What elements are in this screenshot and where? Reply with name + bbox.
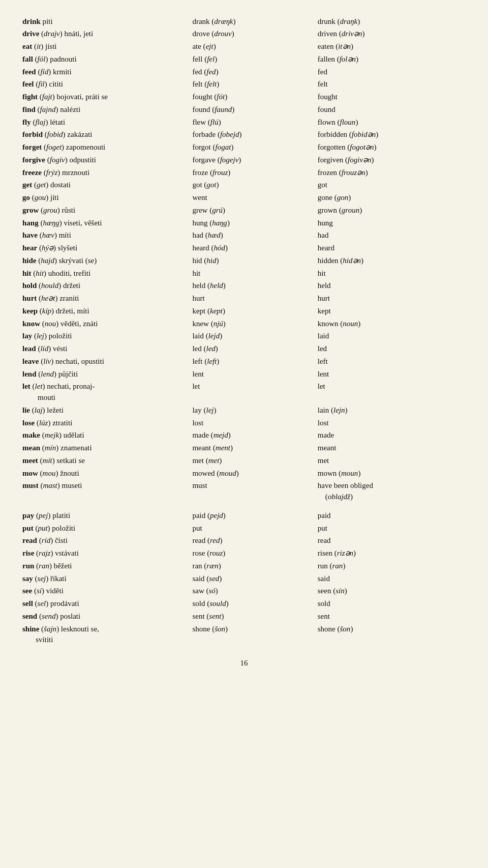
- table-row: read (ríd) čístiread (red)read: [20, 535, 468, 547]
- table-row: have (hæv) mítihad (hæd)had: [20, 229, 468, 242]
- past-simple: flew (flú): [190, 116, 315, 129]
- table-row: hear (hýə) slyšetiheard (hód)heard: [20, 242, 468, 255]
- base-form: meet (mít) setkati se: [20, 454, 190, 467]
- base-form: drive (drajv) hnáti, jeti: [20, 28, 190, 41]
- past-participle: shone (šon): [316, 623, 468, 647]
- base-form: hear (hýə) slyšeti: [20, 242, 190, 255]
- table-row: fight (fajt) bojovati, práti sefought (f…: [20, 91, 468, 104]
- base-form: forget (foget) zapomenouti: [20, 141, 190, 154]
- base-form: let (let) nechati, pronaj- mouti: [20, 381, 190, 404]
- table-row: hurt (heət) zranitihurthurt: [20, 293, 468, 305]
- table-row: must (mast) musetimusthave been obliged …: [20, 480, 468, 504]
- past-participle: felt: [316, 78, 468, 91]
- table-row: forget (foget) zapomenoutiforgot (fogat)…: [20, 141, 468, 154]
- past-participle: met: [316, 454, 468, 467]
- table-row: pay (pej) platitipaid (pejd)paid: [20, 509, 468, 522]
- past-participle: drunk (draŋk): [316, 15, 468, 28]
- base-form: leave (lív) nechati, opustiti: [20, 355, 190, 368]
- base-form: hit (hit) uhoditi, trefiti: [20, 267, 190, 280]
- past-simple: drove (drouv): [190, 28, 315, 41]
- table-row: lie (laj) ležetilay (lej)lain (lejn): [20, 404, 468, 417]
- past-participle: laid: [316, 330, 468, 343]
- past-simple: lay (lej): [190, 404, 315, 417]
- base-form: fight (fajt) bojovati, práti se: [20, 91, 190, 104]
- past-participle: let: [316, 381, 468, 404]
- base-form: sell (sel) prodávati: [20, 598, 190, 611]
- past-participle: mown (moun): [316, 467, 468, 480]
- past-simple: felt (felt): [190, 78, 315, 91]
- word-table: drink pítidrank (dræŋk)drunk (draŋk)driv…: [20, 15, 468, 647]
- past-participle: led: [316, 343, 468, 356]
- table-row: hang (hæŋg) viseti, věšetihung (haŋg)hun…: [20, 217, 468, 229]
- table-row: mean (mín) znamenatimeant (ment)meant: [20, 442, 468, 455]
- base-form: forbid (fobid) zakázati: [20, 129, 190, 141]
- past-participle: have been obliged (oblajdž): [316, 480, 468, 504]
- base-form: lend (lend) půjčiti: [20, 368, 190, 381]
- past-participle: left: [316, 355, 468, 368]
- past-simple: left (left): [190, 355, 315, 368]
- table-row: fall (fól) padnoutifell (fel)fallen (fol…: [20, 53, 468, 66]
- base-form: get (get) dostati: [20, 179, 190, 192]
- table-row: mow (mou) žnoutimowed (moud)mown (moun): [20, 467, 468, 480]
- base-form: go (gou) jíti: [20, 192, 190, 205]
- table-row: grow (grou) růstigrew (grú)grown (groun): [20, 204, 468, 217]
- base-form: know (nou) věděti, znáti: [20, 317, 190, 330]
- past-simple: forbade (fobejd): [190, 129, 315, 141]
- base-form: run (ran) běžeti: [20, 560, 190, 572]
- base-form: send (send) poslati: [20, 610, 190, 623]
- past-participle: heard: [316, 242, 468, 255]
- past-simple: found (faund): [190, 103, 315, 116]
- page-number: 16: [20, 659, 468, 668]
- past-simple: fell (fel): [190, 53, 315, 66]
- past-simple: hid (hid): [190, 254, 315, 267]
- past-simple: said (sed): [190, 572, 315, 585]
- base-form: hurt (heət) zraniti: [20, 293, 190, 305]
- past-simple: got (got): [190, 179, 315, 192]
- table-row: sell (sel) prodávatisold (sould)sold: [20, 598, 468, 611]
- past-participle: gone (gon): [316, 192, 468, 205]
- past-simple: had (hæd): [190, 229, 315, 242]
- past-participle: grown (groun): [316, 204, 468, 217]
- past-participle: read: [316, 535, 468, 547]
- past-participle: run (ran): [316, 560, 468, 572]
- past-participle: known (noun): [316, 317, 468, 330]
- table-row: send (send) poslatisent (sent)sent: [20, 610, 468, 623]
- past-simple: sent (sent): [190, 610, 315, 623]
- table-row: eat (it) jístiate (ejt)eaten (itən): [20, 41, 468, 53]
- past-simple: rose (rouz): [190, 547, 315, 560]
- past-simple: met (met): [190, 454, 315, 467]
- past-simple: forgave (fogejv): [190, 154, 315, 166]
- table-row: say (sej) říkatisaid (sed)said: [20, 572, 468, 585]
- past-simple: led (led): [190, 343, 315, 356]
- past-participle: flown (floun): [316, 116, 468, 129]
- table-row: find (fajnd) naléztifound (faund)found: [20, 103, 468, 116]
- past-participle: had: [316, 229, 468, 242]
- table-row: know (nou) věděti, znátiknew (njú)known …: [20, 317, 468, 330]
- past-simple: lost: [190, 417, 315, 429]
- separator-row: [20, 503, 468, 509]
- table-row: forbid (fobid) zakázatiforbade (fobejd)f…: [20, 129, 468, 141]
- base-form: must (mast) museti: [20, 480, 190, 504]
- past-participle: lain (lejn): [316, 404, 468, 417]
- past-simple: went: [190, 192, 315, 205]
- past-simple: fed (fed): [190, 66, 315, 78]
- table-row: get (get) dostatigot (got)got: [20, 179, 468, 192]
- past-participle: risen (rizən): [316, 547, 468, 560]
- table-row: see (sí) vidětisaw (só)seen (sín): [20, 585, 468, 598]
- base-form: say (sej) říkati: [20, 572, 190, 585]
- past-simple: lent: [190, 368, 315, 381]
- past-participle: eaten (itən): [316, 41, 468, 53]
- base-form: freeze (frýz) mrznouti: [20, 166, 190, 179]
- past-simple: put: [190, 522, 315, 535]
- table-row: put (put) položitiputput: [20, 522, 468, 535]
- past-participle: meant: [316, 442, 468, 455]
- table-row: drive (drajv) hnáti, jetidrove (drouv)dr…: [20, 28, 468, 41]
- table-row: lead (líd) véstiled (led)led: [20, 343, 468, 356]
- past-participle: made: [316, 429, 468, 442]
- past-participle: forgiven (fogivən): [316, 154, 468, 166]
- past-simple: sold (sould): [190, 598, 315, 611]
- past-simple: saw (só): [190, 585, 315, 598]
- past-participle: hit: [316, 267, 468, 280]
- base-form: read (ríd) čísti: [20, 535, 190, 547]
- table-row: freeze (frýz) mrznoutifroze (frouz)froze…: [20, 166, 468, 179]
